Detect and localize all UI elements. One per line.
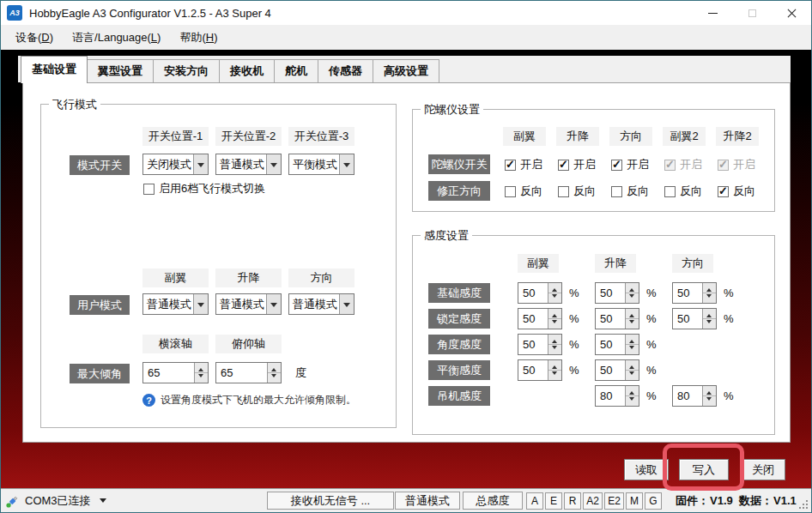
spinner-value[interactable]: 80 [673,386,702,406]
checkbox-icon[interactable] [558,186,569,197]
spin-up-icon[interactable] [626,335,639,345]
spin-up-icon[interactable] [548,309,561,319]
six-mode-checkbox[interactable]: 启用6档飞行模式切换 [143,182,265,196]
resize-grip[interactable] [806,507,808,509]
spinner-buttons[interactable] [702,309,716,329]
angle-gain-elevator-spinner[interactable]: 50 [595,334,639,355]
spinner-buttons[interactable] [702,386,716,406]
spinner-value[interactable]: 50 [518,360,548,380]
spin-up-icon[interactable] [548,335,561,345]
gyro-enable-aileron-checkbox[interactable]: 开启 [505,158,542,172]
base-gain-elevator-spinner[interactable]: 50 [595,282,639,304]
checkbox-icon[interactable] [718,186,729,197]
user-elevator-dropdown[interactable]: 普通模式 [215,293,282,315]
spinner-value[interactable]: 50 [596,335,625,354]
max-angle-pitch-spinner[interactable]: 65 [215,362,282,383]
menu-help[interactable]: 帮助(H) [170,27,227,49]
spin-down-icon[interactable] [703,319,716,329]
spin-down-icon[interactable] [626,371,639,380]
tab-advanced[interactable]: 高级设置 [373,59,439,82]
spinner-value[interactable]: 50 [673,283,702,303]
spin-down-icon[interactable] [548,345,561,354]
chevron-down-icon[interactable] [266,294,281,314]
spinner-value[interactable]: 50 [673,309,702,329]
checkbox-icon[interactable] [611,186,622,197]
spin-down-icon[interactable] [703,396,716,406]
spinner-buttons[interactable] [625,386,639,406]
reverse-rudder-checkbox[interactable]: 反向 [611,184,649,198]
tab-basic-settings[interactable]: 基础设置 [21,56,88,83]
tab-servo[interactable]: 舵机 [274,59,318,82]
spin-up-icon[interactable] [703,283,716,293]
tab-wing-type[interactable]: 翼型设置 [87,59,154,82]
spin-down-icon[interactable] [703,293,716,303]
tab-sensor[interactable]: 传感器 [318,59,373,82]
spin-up-icon[interactable] [626,309,639,319]
spinner-buttons[interactable] [625,309,639,329]
spin-up-icon[interactable] [626,386,639,396]
spin-down-icon[interactable] [195,373,208,383]
hover-gain-rudder-spinner[interactable]: 80 [672,385,717,407]
spin-up-icon[interactable] [703,309,716,319]
reverse-aileron2-checkbox[interactable]: 反向 [664,184,702,198]
base-gain-aileron-spinner[interactable]: 50 [518,282,562,304]
gyro-enable-elevator-checkbox[interactable]: 开启 [558,158,596,172]
gyro-enable-rudder-checkbox[interactable]: 开启 [611,158,649,172]
spin-down-icon[interactable] [548,319,561,329]
user-aileron-dropdown[interactable]: 普通模式 [142,293,209,315]
spinner-value[interactable]: 50 [596,360,625,380]
com-port-selector[interactable]: COM3已连接 [6,489,106,512]
maximize-button[interactable] [732,1,772,25]
lock-gain-elevator-spinner[interactable]: 50 [595,308,639,329]
spinner-value[interactable]: 50 [518,335,548,354]
mode-pos2-dropdown[interactable]: 普通模式 [215,154,282,175]
spin-down-icon[interactable] [626,293,639,303]
spinner-buttons[interactable] [267,363,281,383]
spinner-buttons[interactable] [548,283,561,303]
spinner-value[interactable]: 80 [596,386,625,406]
checkbox-icon[interactable] [505,160,516,171]
mode-pos1-dropdown[interactable]: 关闭模式 [142,154,209,175]
reverse-aileron-checkbox[interactable]: 反向 [505,184,542,198]
spinner-value[interactable]: 50 [596,309,625,329]
spinner-value[interactable]: 50 [518,283,548,303]
minimize-button[interactable] [693,1,732,25]
close-button[interactable] [772,1,811,25]
spinner-value[interactable]: 50 [518,309,548,329]
chevron-down-icon[interactable] [193,154,208,174]
reverse-elevator2-checkbox[interactable]: 反向 [718,184,755,198]
max-angle-roll-spinner[interactable]: 65 [142,362,209,383]
checkbox-icon[interactable] [611,160,622,171]
mode-pos3-dropdown[interactable]: 平衡模式 [288,154,354,175]
angle-gain-aileron-spinner[interactable]: 50 [518,334,562,355]
spin-down-icon[interactable] [626,396,639,406]
spin-up-icon[interactable] [626,283,639,293]
checkbox-icon[interactable] [558,160,569,171]
spinner-buttons[interactable] [194,363,208,383]
checkbox-icon[interactable] [505,186,516,197]
base-gain-rudder-spinner[interactable]: 50 [672,282,717,304]
spin-up-icon[interactable] [268,363,281,373]
spinner-buttons[interactable] [702,283,716,303]
menu-device[interactable]: 设备(D) [6,27,63,49]
spin-up-icon[interactable] [703,386,716,396]
spin-up-icon[interactable] [626,360,639,371]
chevron-down-icon[interactable] [193,294,208,314]
spin-down-icon[interactable] [626,345,639,354]
balance-gain-aileron-spinner[interactable]: 50 [518,359,562,381]
chevron-down-icon[interactable] [339,154,354,174]
spinner-buttons[interactable] [548,309,561,329]
hover-gain-elevator-spinner[interactable]: 80 [595,385,639,407]
tab-receiver[interactable]: 接收机 [219,59,275,82]
menu-language[interactable]: 语言/Language(L) [63,27,170,49]
spin-up-icon[interactable] [548,283,561,293]
spinner-value[interactable]: 65 [216,363,267,383]
spinner-buttons[interactable] [625,335,639,354]
spinner-buttons[interactable] [548,335,561,354]
spin-up-icon[interactable] [548,360,561,371]
spin-down-icon[interactable] [548,293,561,303]
lock-gain-aileron-spinner[interactable]: 50 [518,308,562,329]
tab-mount-orientation[interactable]: 安装方向 [153,59,220,82]
lock-gain-rudder-spinner[interactable]: 50 [672,308,717,329]
spin-up-icon[interactable] [195,363,208,373]
